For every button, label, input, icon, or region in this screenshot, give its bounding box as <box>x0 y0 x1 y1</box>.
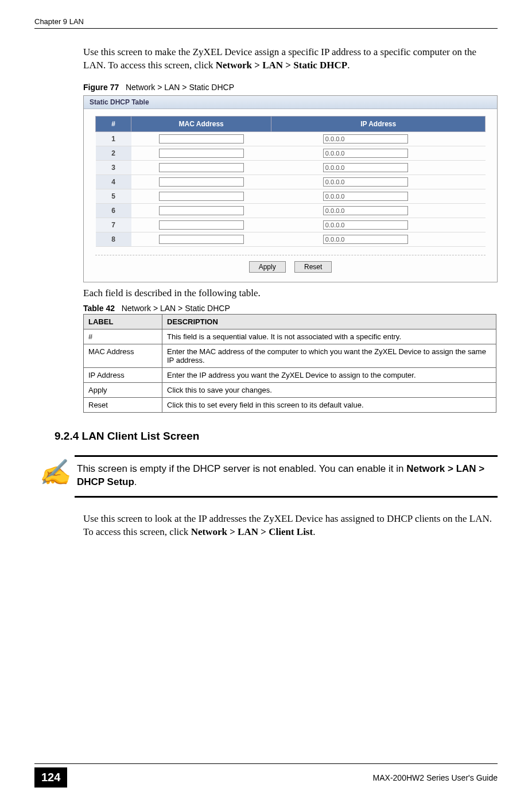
static-dhcp-table: # MAC Address IP Address 1 2 3 4 5 6 7 8 <box>95 116 486 247</box>
table-row: 2 <box>96 146 486 160</box>
apply-button[interactable]: Apply <box>249 261 286 273</box>
static-dhcp-screenshot: Static DHCP Table # MAC Address IP Addre… <box>83 95 498 282</box>
mac-input[interactable] <box>159 235 244 244</box>
mac-input[interactable] <box>159 192 244 201</box>
mac-input[interactable] <box>159 134 244 143</box>
mac-input[interactable] <box>159 206 244 215</box>
mac-input[interactable] <box>159 220 244 230</box>
table-intro: Each field is described in the following… <box>83 287 498 300</box>
note-icon: ✍ <box>34 455 75 485</box>
section-heading: 9.2.4 LAN Client List Screen <box>55 430 498 443</box>
table-row: ResetClick this to set every field in th… <box>84 397 496 412</box>
table-row: 7 <box>96 218 486 232</box>
col-index: # <box>96 116 131 131</box>
paragraph-2: Use this screen to look at the IP addres… <box>83 513 498 539</box>
table-row: ApplyClick this to save your changes. <box>84 382 496 397</box>
table-row: 4 <box>96 174 486 189</box>
table-row: 8 <box>96 232 486 246</box>
page-number: 124 <box>34 767 67 788</box>
guide-name: MAX-200HW2 Series User's Guide <box>373 773 498 782</box>
page-header: Chapter 9 LAN <box>34 17 498 29</box>
intro-paragraph: Use this screen to make the ZyXEL Device… <box>83 46 498 72</box>
table-row: 5 <box>96 189 486 203</box>
table-row: 1 <box>96 131 486 146</box>
ip-input[interactable] <box>323 177 408 187</box>
ip-input[interactable] <box>323 220 408 230</box>
ip-input[interactable] <box>323 235 408 244</box>
panel-title: Static DHCP Table <box>84 96 497 109</box>
table-row: MAC AddressEnter the MAC address of the … <box>84 344 496 367</box>
mac-input[interactable] <box>159 163 244 172</box>
fcol-desc: DESCRIPTION <box>162 314 496 329</box>
ip-input[interactable] <box>323 163 408 172</box>
figure-caption: Figure 77 Network > LAN > Static DHCP <box>83 83 498 92</box>
table-row: 3 <box>96 160 486 174</box>
col-ip: IP Address <box>271 116 486 131</box>
fcol-label: LABEL <box>84 314 162 329</box>
chapter-label: Chapter 9 LAN <box>34 17 84 26</box>
page-footer: 124 MAX-200HW2 Series User's Guide <box>0 763 532 788</box>
ip-input[interactable] <box>323 134 408 143</box>
field-description-table: LABEL DESCRIPTION #This field is a seque… <box>83 314 496 413</box>
table-caption: Table 42 Network > LAN > Static DHCP <box>83 304 498 313</box>
table-row: IP AddressEnter the IP address you want … <box>84 367 496 382</box>
table-row: 6 <box>96 203 486 218</box>
ip-input[interactable] <box>323 206 408 215</box>
ip-input[interactable] <box>323 192 408 201</box>
reset-button[interactable]: Reset <box>294 261 332 273</box>
table-row: #This field is a sequential value. It is… <box>84 329 496 344</box>
ip-input[interactable] <box>323 149 408 158</box>
mac-input[interactable] <box>159 149 244 158</box>
note-box: ✍ This screen is empty if the DHCP serve… <box>34 455 498 498</box>
col-mac: MAC Address <box>131 116 271 131</box>
mac-input[interactable] <box>159 177 244 187</box>
